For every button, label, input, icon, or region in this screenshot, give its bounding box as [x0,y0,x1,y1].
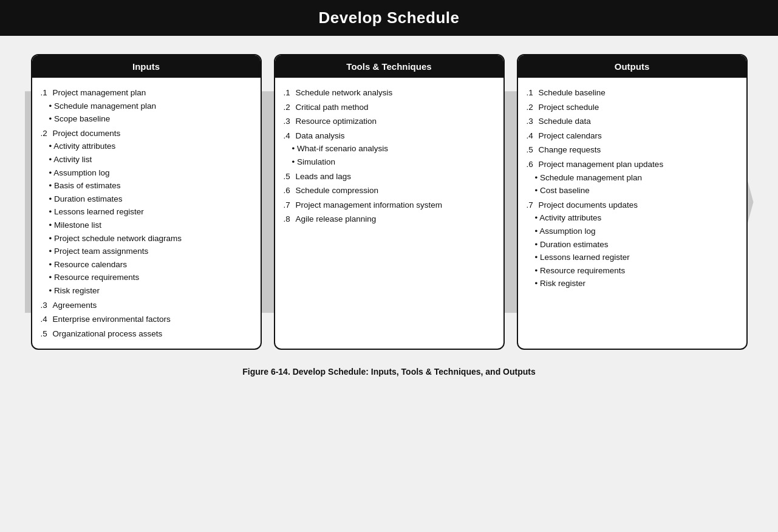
item-text: Data analysis [296,129,345,143]
sub-item: Cost baseline [535,184,738,197]
item-number: .3 [284,115,295,128]
item-text: Schedule compression [296,184,379,197]
item-number: .7 [284,199,295,212]
list-item: .8 Agile release planning [284,213,495,226]
item-number: .5 [41,327,52,341]
item-number: .5 [527,143,537,157]
sub-item: Duration estimates [49,193,252,206]
list-item: .4 Enterprise environmental factors [41,313,252,326]
list-item: .5 Leads and lags [284,170,495,183]
item-number: .6 [527,158,537,171]
list-item: .2 Critical path method [284,101,495,114]
item-text: Agreements [53,299,97,312]
title-bar: Develop Schedule [0,0,778,36]
sub-item: Schedule management plan [49,100,252,113]
tools-content: .1 Schedule network analysis .2 Critical… [275,78,503,234]
sub-item: What-if scenario analysis [292,142,495,155]
sub-item: Activity list [49,153,252,166]
item-number: .4 [284,129,295,143]
list-item: .7 Project management information system [284,199,495,212]
sub-item: Lessons learned register [49,205,252,219]
item-number: .1 [284,86,295,100]
item-text: Critical path method [296,101,369,114]
tools-header: Tools & Techniques [275,55,503,78]
sub-item: Assumption log [535,225,738,238]
list-item: .5 Organizational process assets [41,327,252,341]
item-text: Leads and lags [296,170,352,183]
sub-list: Activity attributesActivity listAssumpti… [41,140,252,297]
item-number: .2 [284,101,295,114]
item-text: Project management plan [53,86,146,100]
item-number: .7 [527,199,537,212]
list-item: .3 Resource optimization [284,115,495,128]
sub-list: Schedule management planScope baseline [41,100,252,126]
sub-item: Milestone list [49,219,252,232]
inputs-header: Inputs [32,55,261,78]
list-item: .3 Agreements [41,299,252,312]
sub-item: Activity attributes [49,140,252,153]
sub-item: Activity attributes [535,211,738,225]
tools-box: Tools & Techniques .1 Schedule network a… [274,54,505,350]
list-item: .6 Schedule compression [284,184,495,197]
sub-item: Assumption log [49,166,252,180]
inputs-content: .1 Project management plan Schedule mana… [32,78,261,349]
item-text: Change requests [539,143,601,157]
list-item: .1 Project management plan [41,86,252,100]
item-text: Schedule network analysis [296,86,393,100]
sub-item: Resource requirements [535,264,738,278]
item-number: .8 [284,213,295,226]
item-number: .4 [527,129,537,143]
list-item: .7 Project documents updates [527,199,738,212]
list-item: .4 Project calendars [527,129,738,143]
item-text: Agile release planning [296,213,377,226]
item-number: .1 [527,86,537,100]
list-item: .5 Change requests [527,143,738,157]
item-text: Organizational process assets [53,327,163,341]
item-text: Enterprise environmental factors [53,313,171,326]
item-number: .3 [527,115,537,128]
item-text: Project management information system [296,199,443,212]
sub-item: Resource calendars [49,258,252,271]
diagram-container: Inputs .1 Project management plan Schedu… [25,54,754,350]
sub-list: Schedule management planCost baseline [527,171,738,197]
item-text: Project documents updates [539,199,638,212]
sub-item: Risk register [49,284,252,298]
figure-caption: Figure 6-14. Develop Schedule: Inputs, T… [242,367,536,377]
item-text: Schedule data [539,115,591,128]
item-text: Project management plan updates [539,158,664,171]
sub-item: Duration estimates [535,238,738,251]
sub-item: Lessons learned register [535,251,738,264]
sub-item: Schedule management plan [535,171,738,185]
main-title: Develop Schedule [24,9,754,27]
item-text: Resource optimization [296,115,377,128]
sub-item: Project team assignments [49,245,252,258]
list-item: .1 Schedule baseline [527,86,738,100]
item-number: .1 [41,86,52,100]
sub-item: Basis of estimates [49,179,252,193]
item-number: .4 [41,313,52,326]
item-number: .5 [284,170,295,183]
outputs-header: Outputs [518,55,746,78]
sub-list: Activity attributesAssumption logDuratio… [527,211,738,290]
list-item: .3 Schedule data [527,115,738,128]
sub-item: Simulation [292,155,495,169]
list-item: .1 Schedule network analysis [284,86,495,100]
sub-item: Resource requirements [49,271,252,284]
item-number: .3 [41,299,52,312]
list-item: .2 Project schedule [527,101,738,114]
sub-list: What-if scenario analysisSimulation [284,142,495,168]
item-text: Project documents [53,127,121,140]
item-text: Schedule baseline [539,86,606,100]
sub-item: Scope baseline [49,112,252,126]
item-number: .2 [41,127,52,140]
item-number: .2 [527,101,537,114]
item-text: Project calendars [539,129,602,143]
item-number: .6 [284,184,295,197]
list-item: .2 Project documents [41,127,252,140]
list-item: .6 Project management plan updates [527,158,738,171]
sub-item: Risk register [535,277,738,290]
outputs-content: .1 Schedule baseline .2 Project schedule… [518,78,746,299]
item-text: Project schedule [539,101,599,114]
sub-item: Project schedule network diagrams [49,232,252,245]
inputs-box: Inputs .1 Project management plan Schedu… [31,54,262,350]
